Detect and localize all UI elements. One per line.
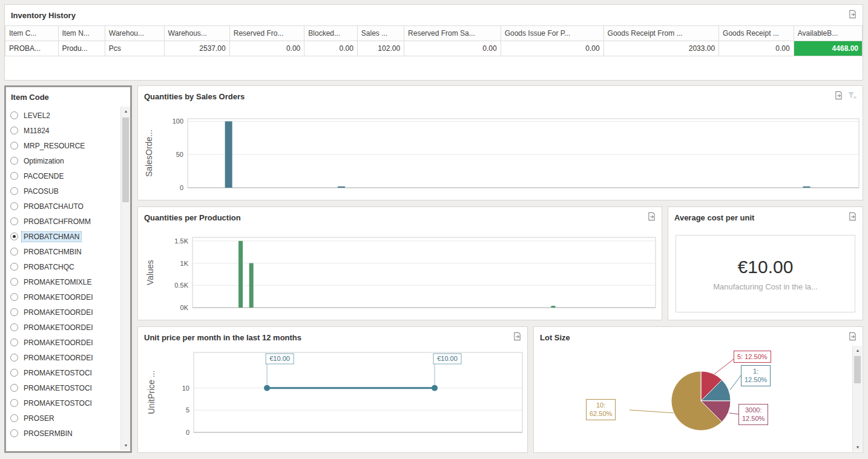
item-code-label: PROBATCHQC — [22, 262, 76, 272]
item-code-label: PROSER — [22, 414, 56, 423]
item-code-option[interactable]: M11824 — [6, 123, 120, 138]
table-cell: 2537.00 — [164, 41, 229, 56]
item-code-option[interactable]: PROBATCHMBIN — [6, 244, 120, 259]
item-code-option[interactable]: Optimization — [6, 153, 120, 168]
export-icon[interactable] — [512, 331, 522, 341]
column-header[interactable]: Sales ... — [357, 26, 404, 41]
svg-text:100: 100 — [173, 117, 183, 125]
avg-cost-card: €10.00 Manufacturing Cost in the la... — [676, 235, 855, 312]
clear-filter-icon[interactable] — [847, 90, 857, 100]
scroll-down-icon[interactable]: ▼ — [853, 443, 863, 452]
scroll-down-icon[interactable]: ▼ — [121, 441, 131, 450]
column-header[interactable]: AvailableB... — [794, 26, 862, 41]
panel-header: Average cost per unit — [668, 207, 863, 224]
radio-icon — [10, 308, 18, 316]
item-code-label: PROMAKETOORDEI — [22, 323, 94, 332]
svg-text:1K: 1K — [180, 260, 189, 267]
item-code-option[interactable]: PROMAKETOORDEI — [6, 335, 120, 350]
column-header[interactable]: Goods Issue For P... — [501, 26, 603, 41]
panel-title: Average cost per unit — [674, 213, 754, 222]
radio-icon — [10, 202, 18, 210]
item-code-option[interactable]: PROMAKETOSTOCI — [6, 380, 120, 395]
item-code-label: PROBATCHMAN — [22, 232, 81, 242]
export-icon[interactable] — [646, 211, 656, 221]
item-code-label: PACOSUB — [22, 187, 61, 196]
column-header[interactable]: Blocked... — [304, 26, 358, 41]
scroll-up-icon[interactable]: ▲ — [121, 107, 131, 116]
production-chart[interactable]: 0K0.5K1K1.5K — [165, 233, 659, 319]
radio-icon — [10, 338, 18, 346]
vertical-scrollbar[interactable]: ▲ ▼ — [852, 346, 862, 452]
svg-text:50: 50 — [176, 151, 183, 158]
item-code-option[interactable]: PROMAKETOORDEI — [6, 350, 120, 365]
radio-icon — [10, 414, 18, 422]
item-code-option[interactable]: PROMAKETOORDEI — [6, 289, 120, 305]
radio-icon — [10, 248, 18, 256]
svg-text:1.5K: 1.5K — [174, 237, 188, 245]
panel-header: Quantities by Sales Orders — [138, 86, 863, 103]
item-code-option[interactable]: PACOENDE — [6, 168, 120, 183]
item-code-label: PROMAKETOMIXLE — [22, 277, 93, 287]
scrollbar-thumb[interactable] — [854, 356, 861, 383]
column-header[interactable]: Reserved From Sa... — [404, 26, 501, 41]
avg-cost-panel: Average cost per unit €10.00 Manufacturi… — [668, 206, 863, 320]
item-code-option[interactable]: LEVEL2 — [6, 108, 120, 123]
item-code-option[interactable]: PROMAKETOSTOCI — [6, 395, 120, 411]
unit-price-chart[interactable]: 0510€10.00€10.00 — [166, 348, 525, 443]
item-code-option[interactable]: PROMAKETOORDEI — [6, 320, 120, 335]
export-icon[interactable] — [847, 9, 857, 19]
item-code-option[interactable]: PROMAKETOORDEI — [6, 305, 120, 320]
scroll-up-icon[interactable]: ▲ — [853, 346, 863, 355]
item-code-option[interactable]: PROBATCHMAN — [6, 229, 120, 244]
item-code-option[interactable]: PROSER — [6, 411, 120, 426]
column-header[interactable]: Item C... — [5, 26, 59, 41]
item-code-label: M11824 — [22, 126, 51, 136]
pie-label-1: 1: 12.50% — [741, 365, 771, 386]
item-code-label: PROBATCHFROMM — [22, 217, 93, 226]
export-icon[interactable] — [847, 211, 857, 221]
radio-icon — [10, 187, 18, 195]
export-icon[interactable] — [847, 331, 857, 341]
dashboard-page: Inventory History Item C...Item N...Ware… — [0, 0, 868, 459]
sales-orders-chart[interactable]: 050100 — [160, 114, 862, 199]
panel-title: Inventory History — [11, 11, 76, 20]
radio-icon — [10, 127, 18, 134]
panel-title: Lot Size — [540, 333, 570, 342]
item-code-label: LEVEL2 — [22, 111, 52, 121]
item-code-option[interactable]: PROBATCHQC — [6, 259, 120, 274]
column-header[interactable]: Goods Receipt ... — [719, 26, 794, 41]
radio-icon — [10, 111, 18, 119]
radio-icon — [10, 263, 18, 271]
pie-label-10: 10: 62.50% — [586, 399, 616, 420]
svg-text:€10.00: €10.00 — [437, 355, 458, 362]
export-icon[interactable] — [833, 90, 843, 100]
column-header[interactable]: Warehous... — [164, 26, 229, 41]
svg-text:10: 10 — [182, 385, 189, 392]
available-balance-cell: 4468.00 — [794, 41, 862, 56]
pie-label-5: 5: 12.50% — [734, 351, 771, 363]
item-code-option[interactable]: PROMAKETOMIXLE — [6, 274, 120, 289]
item-code-label: PROMAKETOORDEI — [22, 353, 94, 363]
item-code-label: PROMAKETOORDEI — [22, 338, 94, 348]
pie-label-3000: 3000: 12.50% — [738, 404, 768, 425]
lot-size-chart[interactable] — [535, 345, 853, 452]
item-code-option[interactable]: MRP_RESOURCE — [6, 138, 120, 153]
panel-title: Quantities per Production — [144, 213, 241, 222]
item-code-option[interactable]: PACOSUB — [6, 183, 120, 199]
table-cell: 0.00 — [229, 41, 304, 56]
column-header[interactable]: Warehou... — [105, 26, 164, 41]
table-row[interactable]: PROBA...Produ...Pcs2537.000.000.00102.00… — [5, 41, 863, 56]
vertical-scrollbar[interactable]: ▲ ▼ — [120, 107, 130, 450]
item-code-label: PROMAKETOSTOCI — [22, 383, 94, 393]
radio-icon — [10, 429, 18, 437]
item-code-option[interactable]: PROMAKETOSTOCI — [6, 365, 120, 380]
item-code-option[interactable]: PROBATCHAUTO — [6, 199, 120, 214]
panel-header: Lot Size — [534, 327, 863, 344]
column-header[interactable]: Item N... — [58, 26, 105, 41]
scrollbar-thumb[interactable] — [122, 117, 129, 202]
item-code-option[interactable]: PROSERMBIN — [6, 426, 120, 441]
column-header[interactable]: Reserved Fro... — [229, 26, 304, 41]
table-cell: 2033.00 — [603, 41, 719, 56]
item-code-option[interactable]: PROBATCHFROMM — [6, 214, 120, 229]
column-header[interactable]: Goods Receipt From ... — [603, 26, 719, 41]
